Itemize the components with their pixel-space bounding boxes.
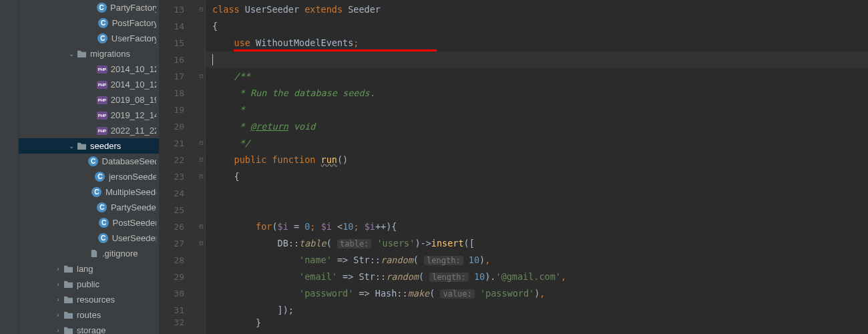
chevron-down-icon[interactable]: ⌄	[67, 142, 76, 150]
class-icon: C	[88, 156, 99, 167]
tree-item-postfactory[interactable]: ·CPostFactory	[19, 15, 159, 31]
inlay-hint: length:	[429, 273, 469, 282]
php-file-icon: PHP	[97, 79, 107, 90]
tree-item-label: resources	[77, 295, 115, 305]
class-icon: C	[97, 202, 107, 213]
code-editor[interactable]: 1314151617181920212223242526272829303132…	[159, 0, 868, 334]
chevron-right-icon[interactable]: ›	[53, 296, 63, 303]
tree-item-partyseeder[interactable]: ·CPartySeeder	[19, 200, 159, 215]
code-line[interactable]: {	[206, 168, 868, 185]
code-line[interactable]: use WithoutModelEvents;	[206, 35, 868, 51]
line-number: 24	[159, 185, 184, 202]
code-line[interactable]: 'password' => Hash::make( value: 'passwo…	[206, 285, 868, 302]
inlay-hint: value:	[440, 289, 474, 299]
chevron-right-icon[interactable]: ›	[53, 281, 63, 288]
tree-item-label: seeders	[90, 141, 121, 151]
fold-gutter[interactable]: ⊟⊟⊟⊟⊟⊟⊟	[196, 0, 206, 334]
folder-icon	[63, 295, 73, 305]
tree-item-2019-12-14[interactable]: ·PHP2019_12_14	[19, 108, 159, 123]
code-line[interactable]: public function run()	[206, 152, 868, 168]
class-icon: C	[98, 18, 109, 29]
tree-item-postseeder[interactable]: ·CPostSeeder	[19, 215, 159, 230]
code-line[interactable]: ]);	[206, 302, 868, 319]
tree-item-label: .gitignore	[102, 248, 138, 259]
code-line[interactable]: * Run the database seeds.	[206, 85, 868, 102]
fold-toggle-icon[interactable]: ⊟	[198, 223, 204, 229]
line-number: 26	[159, 218, 184, 235]
fold-toggle-icon[interactable]: ⊟	[198, 173, 204, 179]
tree-item-label: 2019_12_14	[111, 110, 156, 120]
line-number-gutter: 1314151617181920212223242526272829303132	[159, 0, 196, 334]
php-file-icon: PHP	[97, 95, 107, 106]
tree-item-resources[interactable]: ›resources	[19, 292, 159, 307]
class-icon: C	[96, 3, 107, 13]
folder-icon	[63, 264, 73, 275]
code-line[interactable]: */	[206, 135, 868, 152]
code-line[interactable]	[206, 185, 868, 202]
line-number: 16	[159, 51, 184, 68]
code-area[interactable]: class UserSeeder extends Seeder { use Wi…	[206, 0, 868, 334]
inlay-hint: length:	[424, 256, 463, 265]
tree-item-databaseseeder[interactable]: ·CDatabaseSeeder	[19, 154, 159, 169]
line-number: 19	[159, 102, 184, 118]
chevron-right-icon[interactable]: ›	[53, 311, 63, 319]
line-number: 29	[159, 269, 184, 285]
tree-item-label: UserFactory	[112, 33, 156, 43]
tree-item-partyfactory[interactable]: ·CPartyFactory	[19, 0, 159, 15]
tool-window-strip[interactable]	[0, 0, 19, 334]
line-number: 20	[159, 118, 184, 135]
chevron-right-icon[interactable]: ›	[53, 265, 63, 273]
inlay-hint: table:	[337, 239, 371, 248]
line-number: 21	[159, 135, 184, 152]
tree-item-migrations[interactable]: ⌄migrations	[19, 46, 159, 61]
line-number: 15	[159, 35, 184, 51]
code-line[interactable]: 'name' => Str::random( length: 10),	[206, 252, 868, 269]
tree-item-2019-08-19[interactable]: ·PHP2019_08_19	[19, 92, 159, 108]
fold-toggle-icon[interactable]: ⊟	[198, 140, 204, 146]
chevron-right-icon[interactable]: ›	[53, 327, 63, 334]
class-icon: C	[99, 218, 110, 228]
tree-item-jersonseeder[interactable]: ·CjersonSeeder	[19, 169, 159, 184]
tree-item-label: 2022_11_22	[111, 126, 156, 136]
tree-item-userseeder[interactable]: ·CUserSeeder	[19, 230, 159, 246]
code-line[interactable]: for($i = 0; $i <10; $i++){	[206, 218, 868, 235]
tree-item-multipleseeder[interactable]: ·CMultipleSeeder	[19, 184, 159, 200]
tree-item-label: PartyFactory	[110, 3, 156, 13]
code-line[interactable]: 'email' => Str::random( length: 10).'@gm…	[206, 269, 868, 285]
fold-toggle-icon[interactable]: ⊟	[198, 156, 204, 162]
fold-toggle-icon[interactable]: ⊟	[198, 240, 204, 246]
line-number: 13	[159, 1, 184, 18]
code-line[interactable]: DB::table( table: 'users')->insert([	[206, 235, 868, 252]
tree-item--gitignore[interactable]: ·.gitignore	[19, 246, 159, 261]
fold-toggle-icon[interactable]: ⊟	[198, 73, 204, 79]
code-line[interactable]: /**	[206, 68, 868, 85]
tree-item-userfactory[interactable]: ·CUserFactory	[19, 31, 159, 46]
code-line[interactable]: *	[206, 102, 868, 118]
tree-item-2014-10-12[interactable]: ·PHP2014_10_12	[19, 61, 159, 77]
code-line[interactable]: * @return void	[206, 118, 868, 135]
tree-item-label: jersonSeeder	[109, 172, 156, 182]
tree-item-2014-10-12[interactable]: ·PHP2014_10_12	[19, 77, 159, 92]
file-icon	[88, 248, 99, 259]
class-icon: C	[97, 33, 108, 44]
code-line[interactable]: {	[206, 18, 868, 35]
project-tree[interactable]: ·CPartyFactory·CPostFactory·CUserFactory…	[19, 0, 159, 334]
tree-item-storage[interactable]: ›storage	[19, 323, 159, 334]
tree-item-seeders[interactable]: ⌄seeders	[19, 138, 159, 154]
tree-item-label: lang	[77, 264, 93, 274]
folder-icon	[63, 310, 73, 321]
tree-item-label: DatabaseSeeder	[102, 156, 156, 166]
code-line[interactable]: class UserSeeder extends Seeder	[206, 1, 868, 18]
code-line[interactable]	[206, 202, 868, 218]
tree-item-label: PostFactory	[112, 18, 156, 28]
code-line-current[interactable]	[206, 51, 868, 68]
tree-item-label: 2014_10_12	[111, 79, 156, 90]
fold-toggle-icon[interactable]: ⊟	[198, 6, 204, 12]
tree-item-public[interactable]: ›public	[19, 277, 159, 292]
tree-item-routes[interactable]: ›routes	[19, 307, 159, 323]
chevron-down-icon[interactable]: ⌄	[67, 50, 76, 57]
php-file-icon: PHP	[97, 126, 107, 136]
code-line[interactable]: }	[206, 319, 868, 327]
tree-item-2022-11-22[interactable]: ·PHP2022_11_22	[19, 123, 159, 138]
tree-item-lang[interactable]: ›lang	[19, 261, 159, 277]
